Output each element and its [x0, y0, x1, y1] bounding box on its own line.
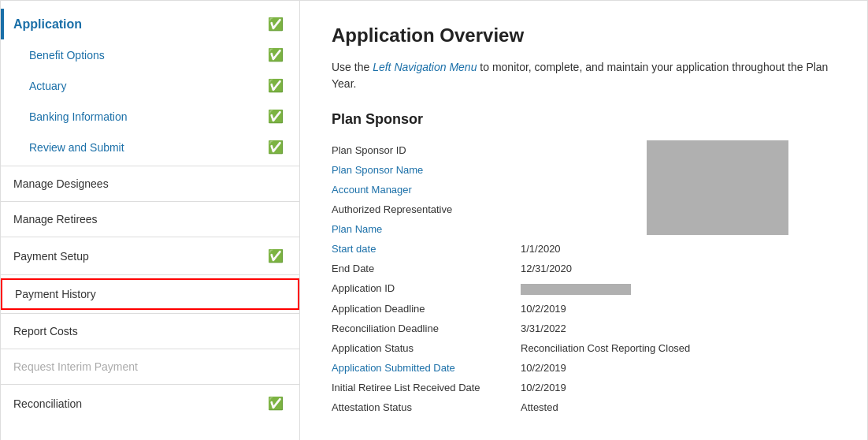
field-label-6: End Date	[332, 259, 521, 278]
field-value-8: 10/2/2019	[521, 299, 836, 319]
field-label-0: Plan Sponsor ID	[332, 140, 521, 160]
sidebar-item-payment-history[interactable]: Payment History	[1, 278, 299, 310]
field-value-7	[521, 278, 836, 299]
sidebar-label-banking-information: Banking Information	[29, 110, 128, 123]
sidebar-label-payment-setup: Payment Setup	[13, 250, 89, 263]
field-value-6: 12/31/2020	[521, 259, 836, 278]
intro-paragraph: Use the Left Navigation Menu to monitor,…	[332, 59, 836, 92]
plan-sponsor-grid: Plan Sponsor IDPlan Sponsor NameAccount …	[332, 140, 836, 417]
plan-sponsor-title: Plan Sponsor	[332, 111, 836, 128]
page-title: Application Overview	[332, 24, 836, 47]
field-label-12: Initial Retiree List Received Date	[332, 378, 521, 397]
field-label-9: Reconciliation Deadline	[332, 319, 521, 338]
field-value-11: 10/2/2019	[521, 358, 836, 378]
sidebar-label-reconciliation: Reconciliation	[13, 397, 82, 410]
main-content: Application Overview Use the Left Naviga…	[300, 1, 867, 440]
field-value-13: Attested	[521, 397, 836, 417]
intro-text-before: Use the	[332, 61, 373, 73]
field-label-3: Authorized Representative	[332, 199, 521, 219]
field-value-12: 10/2/2019	[521, 378, 836, 397]
sidebar-label-report-costs: Report Costs	[13, 325, 78, 337]
sidebar-item-report-costs[interactable]: Report Costs	[1, 317, 299, 345]
sidebar-item-manage-retirees[interactable]: Manage Retirees	[1, 205, 299, 233]
field-label-1[interactable]: Plan Sponsor Name	[332, 160, 521, 180]
field-value-10: Reconciliation Cost Reporting Closed	[521, 338, 836, 358]
sidebar-label-application: Application	[13, 17, 82, 32]
sidebar-label-review-and-submit: Review and Submit	[29, 141, 124, 154]
check-icon-banking-information: ✅	[268, 109, 284, 124]
check-icon-application: ✅	[268, 17, 284, 32]
check-icon-payment-setup: ✅	[268, 248, 284, 263]
sidebar-item-benefit-options[interactable]: Benefit Options✅	[1, 39, 299, 70]
field-label-5[interactable]: Start date	[332, 239, 521, 259]
grey-inline-block	[521, 284, 631, 295]
app-container: Application✅Benefit Options✅Actuary✅Bank…	[0, 0, 868, 440]
sidebar-item-request-interim-payment[interactable]: Request Interim Payment	[1, 352, 299, 381]
field-label-7: Application ID	[332, 278, 521, 299]
field-value-5: 1/1/2020	[521, 239, 836, 259]
check-icon-review-and-submit: ✅	[268, 140, 284, 155]
sidebar-item-review-and-submit[interactable]: Review and Submit✅	[1, 132, 299, 162]
intro-link: Left Navigation Menu	[373, 61, 477, 73]
field-label-8: Application Deadline	[332, 299, 521, 319]
sidebar: Application✅Benefit Options✅Actuary✅Bank…	[1, 1, 300, 440]
grey-image-block	[647, 140, 788, 235]
field-label-4[interactable]: Plan Name	[332, 219, 521, 239]
sidebar-item-actuary[interactable]: Actuary✅	[1, 70, 299, 101]
sidebar-label-benefit-options: Benefit Options	[29, 49, 105, 62]
sidebar-item-banking-information[interactable]: Banking Information✅	[1, 101, 299, 132]
field-label-10: Application Status	[332, 338, 521, 358]
sidebar-item-application[interactable]: Application✅	[1, 9, 299, 39]
sidebar-label-manage-retirees: Manage Retirees	[13, 213, 98, 226]
field-label-2[interactable]: Account Manager	[332, 180, 521, 199]
sidebar-label-payment-history: Payment History	[15, 288, 96, 300]
sidebar-item-reconciliation[interactable]: Reconciliation✅	[1, 388, 299, 419]
sidebar-label-actuary: Actuary	[29, 80, 66, 92]
check-icon-benefit-options: ✅	[268, 47, 284, 62]
field-label-13: Attestation Status	[332, 397, 521, 417]
check-icon-reconciliation: ✅	[268, 396, 284, 411]
sidebar-label-request-interim-payment: Request Interim Payment	[13, 360, 138, 373]
field-label-11[interactable]: Application Submitted Date	[332, 358, 521, 378]
sidebar-item-manage-designees[interactable]: Manage Designees	[1, 170, 299, 198]
field-value-9: 3/31/2022	[521, 319, 836, 338]
check-icon-actuary: ✅	[268, 78, 284, 93]
sidebar-item-payment-setup[interactable]: Payment Setup✅	[1, 241, 299, 271]
sidebar-label-manage-designees: Manage Designees	[13, 177, 109, 190]
